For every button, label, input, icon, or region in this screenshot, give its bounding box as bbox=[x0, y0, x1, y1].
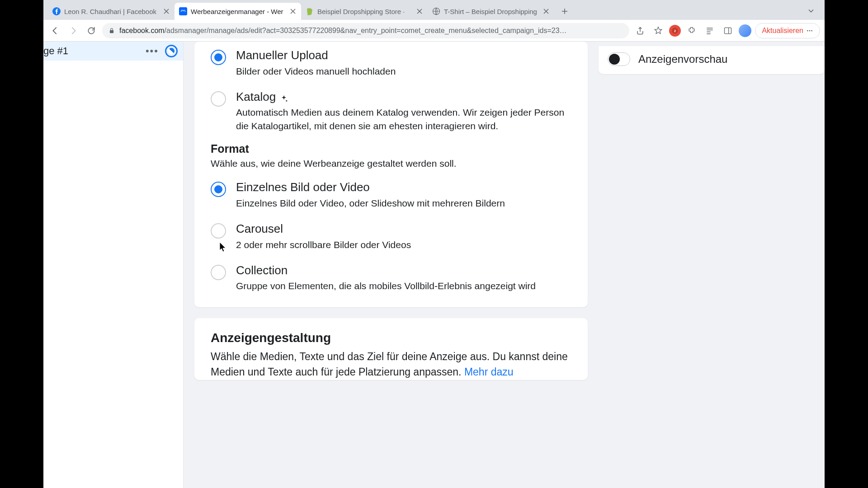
sidebar: ge #1 ••• bbox=[43, 42, 184, 488]
svg-rect-6 bbox=[725, 28, 731, 33]
back-button[interactable] bbox=[48, 23, 62, 38]
section-title: Format bbox=[211, 142, 571, 155]
shopify-icon bbox=[306, 7, 314, 15]
content-area: ge #1 ••• Manueller Upload Bilder oder V… bbox=[43, 42, 825, 488]
svg-text:2: 2 bbox=[674, 28, 676, 33]
toggle-knob bbox=[609, 54, 620, 65]
card-title: Anzeigengestaltung bbox=[211, 331, 571, 345]
option-description: Gruppe von Elementen, die als mobiles Vo… bbox=[236, 279, 571, 292]
more-icon[interactable]: ••• bbox=[146, 45, 159, 57]
preview-label: Anzeigenvorschau bbox=[638, 53, 727, 66]
format-option-single[interactable]: Einzelnes Bild oder Video Einzelnes Bild… bbox=[194, 178, 588, 220]
extensions-icon[interactable] bbox=[684, 23, 699, 38]
source-option-manual[interactable]: Manueller Upload Bilder oder Videos manu… bbox=[194, 42, 588, 88]
reading-list-icon[interactable] bbox=[703, 23, 717, 38]
status-indicator-icon bbox=[165, 45, 178, 57]
bookmark-icon[interactable] bbox=[651, 23, 665, 38]
learn-more-link[interactable]: Mehr dazu bbox=[464, 366, 514, 378]
facebook-icon bbox=[52, 7, 61, 15]
sidebar-item-label: ge #1 bbox=[43, 45, 139, 57]
update-button[interactable]: Aktualisieren bbox=[755, 23, 820, 38]
side-panel-icon[interactable] bbox=[721, 23, 735, 38]
source-option-catalog[interactable]: Katalog Automatisch Medien aus deinem Ka… bbox=[194, 88, 588, 142]
browser-tab[interactable]: Leon R. Chaudhari | Facebook bbox=[48, 3, 175, 20]
tab-title: Leon R. Chaudhari | Facebook bbox=[64, 8, 159, 15]
format-option-collection[interactable]: Collection Gruppe von Elementen, die als… bbox=[194, 261, 588, 295]
globe-icon bbox=[432, 7, 440, 15]
new-tab-button[interactable] bbox=[558, 5, 571, 18]
creative-card: Anzeigengestaltung Wähle die Medien, Tex… bbox=[194, 318, 588, 380]
browser-address-bar: facebook.com/adsmanager/manage/ads/edit?… bbox=[43, 20, 825, 42]
svg-point-10 bbox=[811, 30, 812, 31]
svg-point-9 bbox=[809, 30, 811, 31]
meta-icon bbox=[179, 7, 187, 15]
close-icon[interactable] bbox=[416, 8, 423, 15]
format-section-header: Format Wähle aus, wie deine Werbeanzeige… bbox=[194, 142, 588, 173]
option-title: Collection bbox=[236, 263, 571, 278]
reload-button[interactable] bbox=[84, 23, 99, 38]
browser-tab[interactable]: Werbeanzeigenmanager - Wer bbox=[175, 3, 301, 20]
svg-rect-3 bbox=[110, 30, 113, 33]
url-text: facebook.com/adsmanager/manage/ads/edit?… bbox=[119, 27, 623, 35]
preview-toggle-card: Anzeigenvorschau bbox=[599, 46, 825, 74]
close-icon[interactable] bbox=[542, 8, 550, 15]
format-option-carousel[interactable]: Carousel 2 oder mehr scrollbare Bilder o… bbox=[194, 220, 588, 261]
radio-input[interactable] bbox=[211, 223, 226, 239]
option-title: Katalog bbox=[236, 89, 571, 104]
tabs-dropdown-icon[interactable] bbox=[807, 6, 816, 17]
radio-input[interactable] bbox=[211, 265, 226, 280]
sparkle-icon bbox=[279, 92, 288, 101]
option-description: Automatisch Medien aus deinem Katalog ve… bbox=[236, 106, 571, 132]
tab-title: Beispiel Dropshipping Store · bbox=[317, 8, 412, 15]
close-icon[interactable] bbox=[163, 8, 170, 15]
main-content[interactable]: Manueller Upload Bilder oder Videos manu… bbox=[184, 42, 599, 488]
tab-title: T-Shirt – Beispiel Dropshipping bbox=[444, 8, 539, 15]
radio-input[interactable] bbox=[211, 91, 226, 107]
option-description: Einzelnes Bild oder Video, oder Slidesho… bbox=[236, 197, 571, 210]
profile-avatar[interactable] bbox=[739, 24, 751, 37]
preview-toggle[interactable] bbox=[608, 52, 630, 66]
browser-tab-bar: Leon R. Chaudhari | Facebook Werbeanzeig… bbox=[43, 0, 825, 20]
forward-button[interactable] bbox=[66, 23, 80, 38]
ad-setup-card: Manueller Upload Bilder oder Videos manu… bbox=[194, 42, 588, 307]
preview-panel: Anzeigenvorschau bbox=[599, 42, 825, 488]
browser-tab[interactable]: Beispiel Dropshipping Store · bbox=[301, 3, 428, 20]
tab-title: Werbeanzeigenmanager - Wer bbox=[191, 8, 286, 15]
card-description: Wähle die Medien, Texte und das Ziel für… bbox=[211, 349, 571, 380]
address-input[interactable]: facebook.com/adsmanager/manage/ads/edit?… bbox=[102, 23, 629, 38]
option-title: Manueller Upload bbox=[236, 48, 571, 63]
option-title: Einzelnes Bild oder Video bbox=[236, 180, 571, 195]
browser-tab[interactable]: T-Shirt – Beispiel Dropshipping bbox=[428, 3, 554, 20]
option-description: Bilder oder Videos manuell hochladen bbox=[236, 65, 571, 78]
section-subtitle: Wähle aus, wie deine Werbeanzeige gestal… bbox=[211, 158, 571, 169]
close-icon[interactable] bbox=[289, 8, 297, 15]
option-description: 2 oder mehr scrollbare Bilder oder Video… bbox=[236, 238, 571, 251]
svg-point-8 bbox=[807, 30, 808, 31]
radio-input[interactable] bbox=[211, 182, 226, 197]
option-title: Carousel bbox=[236, 221, 571, 236]
sidebar-item-ad[interactable]: ge #1 ••• bbox=[43, 42, 183, 61]
extension-badge[interactable]: 2 bbox=[669, 25, 681, 37]
lock-icon bbox=[108, 28, 115, 34]
radio-input[interactable] bbox=[211, 50, 226, 65]
share-icon[interactable] bbox=[633, 23, 647, 38]
